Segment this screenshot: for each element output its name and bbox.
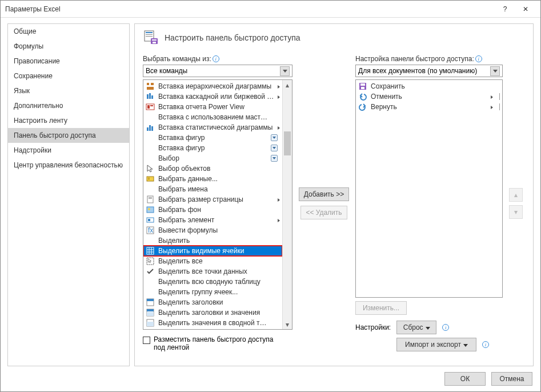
command-item[interactable]: Вставка отчета Power View (143, 102, 282, 112)
command-item[interactable]: Выделить (143, 235, 282, 246)
checkbox[interactable] (143, 337, 150, 344)
command-item[interactable]: Выбор (143, 153, 282, 163)
command-item[interactable]: Выбрать размер страницы (143, 194, 282, 205)
spacer (271, 309, 278, 316)
sidebar-item-customize-ribbon[interactable]: Настроить ленту (8, 113, 129, 128)
command-item[interactable]: Выделить значения в сводной табл... (143, 318, 282, 328)
qat-listbox[interactable]: СохранитьОтменитьВернуть (355, 79, 503, 298)
qat-item[interactable]: Отменить (356, 91, 502, 102)
sidebar-item-general[interactable]: Общие (8, 24, 129, 39)
info-icon[interactable]: i (213, 55, 219, 62)
dialog-footer: ОК Отмена (1, 366, 540, 391)
command-item[interactable]: Выбрать элемент (143, 215, 282, 225)
close-button[interactable]: ✕ (515, 1, 536, 17)
svg-rect-40 (147, 309, 154, 311)
command-item[interactable]: Выделить все точки данных (143, 266, 282, 277)
command-item[interactable]: Выбор объектов (143, 163, 282, 174)
command-item-label: Выделить значения в сводной табл... (158, 319, 267, 327)
main-header: Настроить панель быстрого доступа (143, 30, 525, 46)
qat-item[interactable]: Вернуть (356, 102, 502, 112)
info-icon[interactable]: i (482, 341, 489, 348)
command-item[interactable]: Выбрать фон (143, 205, 282, 215)
redo-icon (358, 102, 367, 111)
sidebar-item-label: Дополнительно (14, 102, 63, 110)
command-item[interactable]: Выделить заголовки и значения (143, 307, 282, 318)
cancel-button[interactable]: Отмена (491, 372, 532, 386)
sidebar-item-label: Надстройки (14, 146, 51, 154)
blank-icon (146, 277, 155, 286)
command-item[interactable]: Выделить заголовки (143, 297, 282, 307)
command-item[interactable]: Выделить видимые ячейки (143, 246, 282, 256)
add-button[interactable]: Добавить >> (299, 187, 349, 201)
commands-listbox[interactable]: Вставка иерархической диаграммыВставка к… (143, 79, 292, 330)
command-item[interactable]: Вставка с использованием мастера... (143, 112, 282, 122)
elem-icon (146, 215, 155, 225)
spacer (271, 175, 278, 182)
command-item[interactable]: Вставка статистической диаграммы (143, 122, 282, 133)
reset-button[interactable]: Сброс (396, 321, 436, 334)
scrollbar[interactable]: ▴ ▾ (282, 80, 292, 329)
check-icon (146, 267, 155, 276)
submenu-arrow-icon (278, 82, 280, 90)
command-item[interactable]: Выбрать данные... (143, 174, 282, 184)
sidebar-item-save[interactable]: Сохранение (8, 69, 129, 83)
spacer (271, 206, 278, 213)
close-icon: ✕ (523, 5, 528, 13)
info-icon[interactable]: i (475, 55, 482, 62)
command-item[interactable]: fxВывести формулы (143, 225, 282, 235)
scroll-thumb[interactable] (284, 131, 291, 155)
main-panel: Настроить панель быстрого доступа Выбрат… (134, 23, 534, 366)
spacer (271, 289, 278, 295)
sidebar-item-proofing[interactable]: Правописание (8, 54, 129, 69)
svg-rect-1 (146, 32, 153, 33)
command-item[interactable]: Выбрать имена (143, 184, 282, 194)
transfer-buttons-column: Добавить >> << Удалить (298, 55, 350, 351)
sidebar-item-trust-center[interactable]: Центр управления безопасностью (8, 158, 129, 173)
category-sidebar: Общие Формулы Правописание Сохранение Яз… (7, 23, 130, 366)
info-icon[interactable]: i (442, 324, 449, 331)
cursor-icon (146, 164, 155, 173)
svg-rect-11 (149, 93, 151, 99)
command-item[interactable]: Выделить все (143, 256, 282, 266)
button-label: Сброс (403, 323, 423, 331)
button-label: << Удалить (306, 209, 342, 217)
ok-button[interactable]: ОК (444, 372, 486, 386)
submenu-arrow-icon (278, 195, 280, 203)
move-down-button: ▾ (509, 205, 523, 219)
command-item-label: Выбрать фон (158, 206, 267, 214)
sidebar-item-advanced[interactable]: Дополнительно (8, 98, 129, 113)
import-export-button[interactable]: Импорт и экспорт (396, 338, 476, 351)
command-item-label: Вставка с использованием мастера... (158, 113, 267, 121)
submenu-arrow-icon (278, 93, 280, 101)
command-item[interactable]: Вставка фигур (143, 133, 282, 143)
choose-commands-dropdown[interactable]: Все команды (143, 65, 292, 77)
scroll-up-arrow[interactable]: ▴ (283, 80, 292, 90)
command-item-label: Выделить заголовки и значения (158, 309, 267, 317)
help-button[interactable]: ? (495, 1, 515, 17)
sidebar-item-qat[interactable]: Панель быстрого доступа (8, 128, 129, 143)
label-text: Настройка панели быстрого доступа: (355, 55, 474, 63)
command-item[interactable]: Вставка фигур (143, 143, 282, 153)
command-item[interactable]: Выделить группу ячеек... (143, 287, 282, 297)
command-item-label: Выделить заголовки (158, 298, 267, 306)
customize-qat-dropdown[interactable]: Для всех документов (по умолчанию) (355, 65, 503, 77)
blank-icon (146, 185, 155, 194)
sidebar-item-language[interactable]: Язык (8, 83, 129, 98)
svg-rect-31 (147, 247, 154, 254)
fx-icon: fx (146, 226, 155, 235)
sidebar-item-formulas[interactable]: Формулы (8, 39, 129, 54)
svg-rect-15 (150, 105, 153, 106)
modify-button: Изменить... (355, 301, 407, 315)
command-item[interactable]: Вставка иерархической диаграммы (143, 81, 282, 91)
blank-icon (146, 287, 155, 297)
command-item[interactable]: Выделить всю сводную таблицу (143, 277, 282, 287)
command-item[interactable]: Вставка каскадной или биржевой д... (143, 91, 282, 102)
qat-item[interactable]: Сохранить (356, 81, 502, 91)
svg-rect-41 (147, 312, 154, 316)
svg-rect-28 (148, 219, 150, 221)
svg-rect-5 (152, 39, 157, 41)
svg-rect-25 (147, 207, 154, 213)
svg-rect-18 (151, 126, 153, 131)
scroll-down-arrow[interactable]: ▾ (283, 319, 292, 329)
sidebar-item-addins[interactable]: Надстройки (8, 143, 129, 158)
